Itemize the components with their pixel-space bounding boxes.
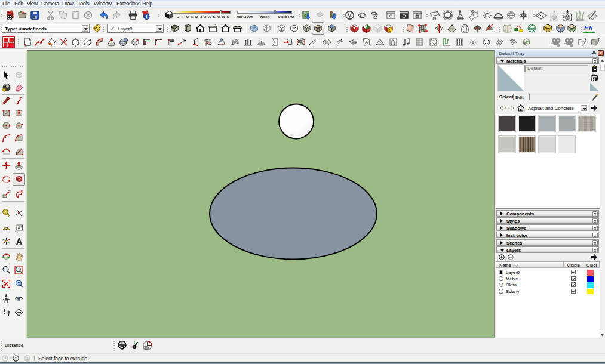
svg-text:ABF: ABF <box>145 347 150 350</box>
svg-text:A1: A1 <box>18 226 23 230</box>
svg-text:A: A <box>365 39 368 45</box>
